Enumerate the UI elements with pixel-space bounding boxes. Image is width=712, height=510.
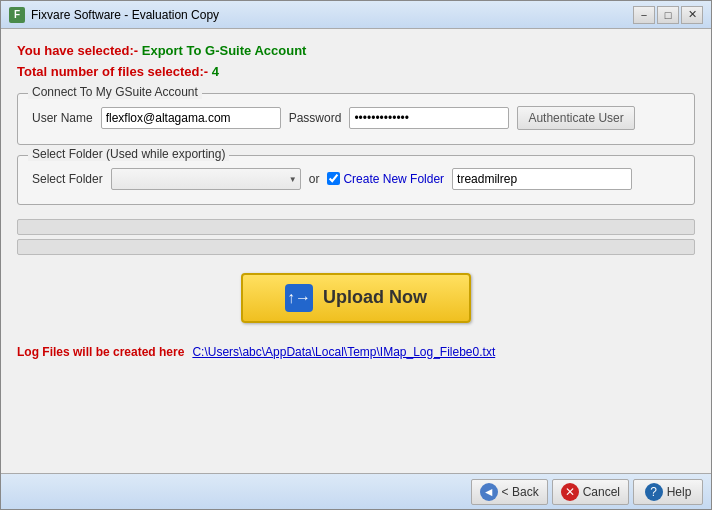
gsuite-group-title: Connect To My GSuite Account [28, 85, 202, 99]
help-icon: ? [645, 483, 663, 501]
upload-btn-label: Upload Now [323, 287, 427, 308]
status-line1-value: Export To G-Suite Account [142, 43, 307, 58]
back-icon: ◄ [480, 483, 498, 501]
status-line2-prefix: Total number of files selected:- [17, 64, 212, 79]
upload-btn-wrapper: ↑→ Upload Now [17, 273, 695, 323]
status-line2-value: 4 [212, 64, 219, 79]
back-button[interactable]: ◄ < Back [471, 479, 548, 505]
window-title: Fixvare Software - Evaluation Copy [31, 8, 633, 22]
main-window: F Fixvare Software - Evaluation Copy − □… [0, 0, 712, 510]
gsuite-group: Connect To My GSuite Account User Name P… [17, 93, 695, 145]
progress-bar-outer-1 [17, 219, 695, 235]
log-row: Log Files will be created here C:\Users\… [17, 341, 695, 363]
close-button[interactable]: ✕ [681, 6, 703, 24]
upload-icon: ↑→ [285, 284, 313, 312]
folder-select-wrapper [111, 168, 301, 190]
create-folder-label[interactable]: Create New Folder [327, 172, 444, 186]
new-folder-input[interactable] [452, 168, 632, 190]
log-path-link[interactable]: C:\Users\abc\AppData\Local\Temp\IMap_Log… [192, 345, 495, 359]
progress-bar-outer-2 [17, 239, 695, 255]
minimize-button[interactable]: − [633, 6, 655, 24]
password-label: Password [289, 111, 342, 125]
back-label: < Back [502, 485, 539, 499]
maximize-button[interactable]: □ [657, 6, 679, 24]
progress-area [17, 219, 695, 255]
folder-group-title: Select Folder (Used while exporting) [28, 147, 229, 161]
bottom-bar: ◄ < Back ✕ Cancel ? Help [1, 473, 711, 509]
cancel-icon: ✕ [561, 483, 579, 501]
log-label: Log Files will be created here [17, 345, 184, 359]
username-input[interactable] [101, 107, 281, 129]
gsuite-form-row: User Name Password Authenticate User [32, 106, 680, 130]
or-text: or [309, 172, 320, 186]
content-area: You have selected:- Export To G-Suite Ac… [1, 29, 711, 473]
cancel-button[interactable]: ✕ Cancel [552, 479, 629, 505]
create-folder-checkbox[interactable] [327, 172, 340, 185]
upload-now-button[interactable]: ↑→ Upload Now [241, 273, 471, 323]
help-button[interactable]: ? Help [633, 479, 703, 505]
folder-label: Select Folder [32, 172, 103, 186]
folder-group: Select Folder (Used while exporting) Sel… [17, 155, 695, 205]
help-label: Help [667, 485, 692, 499]
authenticate-button[interactable]: Authenticate User [517, 106, 634, 130]
status-line2: Total number of files selected:- 4 [17, 62, 695, 83]
create-folder-text: Create New Folder [343, 172, 444, 186]
status-block: You have selected:- Export To G-Suite Ac… [17, 41, 695, 83]
status-line1-prefix: You have selected:- [17, 43, 142, 58]
title-bar: F Fixvare Software - Evaluation Copy − □… [1, 1, 711, 29]
status-line1: You have selected:- Export To G-Suite Ac… [17, 41, 695, 62]
title-bar-buttons: − □ ✕ [633, 6, 703, 24]
password-input[interactable] [349, 107, 509, 129]
folder-form-row: Select Folder or Create New Folder [32, 168, 680, 190]
username-label: User Name [32, 111, 93, 125]
app-icon: F [9, 7, 25, 23]
folder-select[interactable] [111, 168, 301, 190]
cancel-label: Cancel [583, 485, 620, 499]
